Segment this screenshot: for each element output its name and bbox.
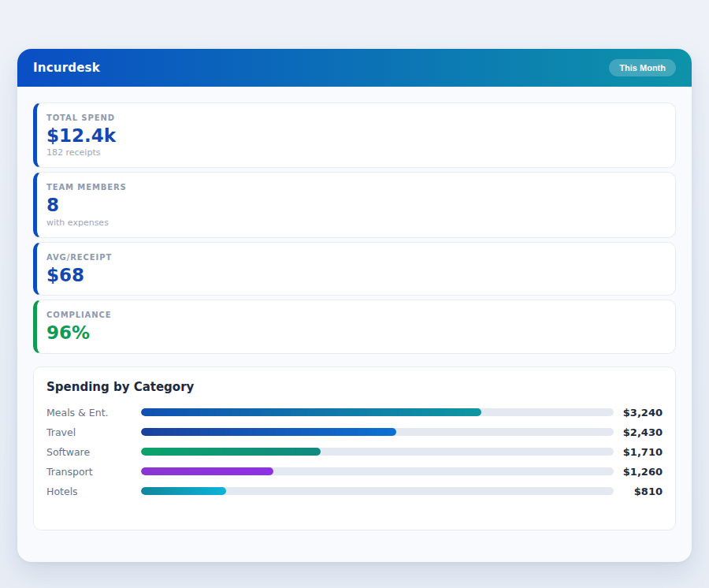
- category-value: $1,710: [614, 446, 663, 458]
- stat-label: TOTAL SPEND: [46, 114, 663, 122]
- app-title: Incurdesk: [33, 61, 100, 75]
- category-value: $1,260: [614, 466, 663, 478]
- chart-rows: Meals & Ent.$3,240Travel$2,430Software$1…: [46, 403, 663, 501]
- bar-fill: [141, 408, 481, 416]
- category-value: $3,240: [614, 407, 663, 419]
- category-label: Travel: [46, 426, 141, 438]
- category-value: $810: [614, 486, 663, 497]
- bar-fill: [141, 467, 273, 475]
- bar-fill: [141, 448, 321, 456]
- category-label: Transport: [46, 466, 141, 478]
- spending-chart-card: Spending by Category Meals & Ent.$3,240T…: [33, 367, 676, 530]
- bar-fill: [141, 487, 226, 495]
- chart-row-software: Software$1,710: [46, 442, 663, 462]
- dashboard-content: TOTAL SPEND$12.4k182 receiptsTEAM MEMBER…: [17, 87, 692, 554]
- stat-value: 96%: [46, 322, 663, 343]
- stat-subtitle: with expenses: [46, 218, 663, 228]
- category-label: Software: [46, 446, 141, 458]
- bar-track: [141, 448, 614, 456]
- stat-card-team-members: TEAM MEMBERS8with expenses: [33, 172, 676, 237]
- bar-track: [141, 487, 614, 495]
- stat-subtitle: 182 receipts: [46, 147, 663, 158]
- chart-row-hotels: Hotels$810: [46, 482, 663, 501]
- stat-label: AVG/RECEIPT: [46, 253, 663, 262]
- stat-card-total-spend: TOTAL SPEND$12.4k182 receipts: [33, 102, 676, 168]
- stat-value: 8: [46, 195, 663, 215]
- chart-row-transport: Transport$1,260: [46, 462, 663, 482]
- stats-section: TOTAL SPEND$12.4k182 receiptsTEAM MEMBER…: [33, 102, 676, 354]
- stat-label: TEAM MEMBERS: [46, 183, 663, 192]
- stat-label: COMPLIANCE: [46, 311, 663, 319]
- chart-row-travel: Travel$2,430: [46, 422, 663, 442]
- chart-title: Spending by Category: [46, 380, 663, 394]
- dashboard-panel: Incurdesk This Month TOTAL SPEND$12.4k18…: [17, 49, 692, 562]
- bar-track: [141, 408, 614, 416]
- bar-fill: [141, 428, 396, 436]
- stat-value: $68: [46, 265, 663, 285]
- stat-value: $12.4k: [46, 125, 663, 146]
- period-badge[interactable]: This Month: [609, 59, 676, 76]
- bar-track: [141, 428, 614, 436]
- stat-card-avg-receipt: AVG/RECEIPT$68: [33, 242, 676, 296]
- bar-track: [141, 467, 614, 475]
- app-header: Incurdesk This Month: [17, 49, 692, 87]
- category-label: Hotels: [46, 486, 141, 497]
- chart-row-meals-ent-: Meals & Ent.$3,240: [46, 403, 663, 422]
- category-value: $2,430: [614, 426, 663, 438]
- category-label: Meals & Ent.: [46, 407, 141, 419]
- stat-card-compliance: COMPLIANCE96%: [33, 300, 676, 353]
